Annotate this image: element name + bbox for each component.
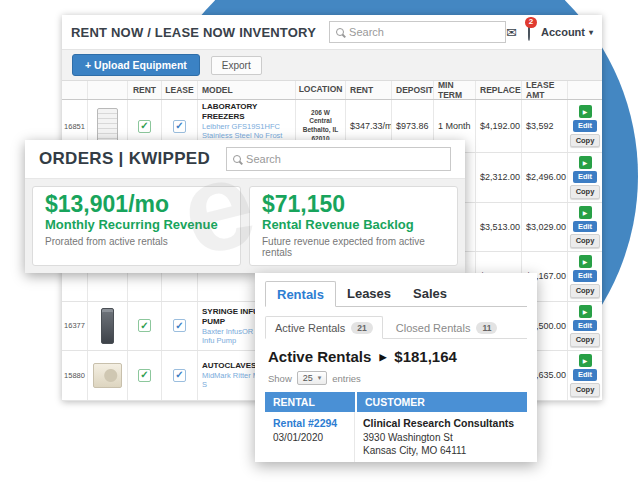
- orders-card: ORDERS | KWIPPED $13,901/mo Monthly Recu…: [25, 140, 465, 273]
- page-size-select[interactable]: 25 ▾: [297, 371, 328, 385]
- col-lease-amt[interactable]: LEASE AMT: [522, 81, 568, 99]
- subtab-label: Closed Rentals: [396, 322, 471, 334]
- edit-button[interactable]: Edit: [573, 369, 597, 381]
- entries-label: entries: [332, 373, 361, 384]
- rentals-subtabs: Active Rentals 21 Closed Rentals 11: [265, 315, 527, 339]
- account-menu[interactable]: Account ▾: [541, 26, 593, 38]
- orders-card-header: ORDERS | KWIPPED: [25, 140, 465, 178]
- search-icon: [336, 28, 344, 36]
- heading-total-value: $181,164: [394, 348, 457, 365]
- search-input[interactable]: [349, 26, 499, 38]
- show-label: Show: [268, 373, 292, 384]
- rental-row[interactable]: Rental #2294 03/01/2020 Clinical Researc…: [265, 412, 527, 462]
- inventory-table-header: RENT LEASE MODEL LOCATION RENT DEPOSIT M…: [62, 81, 602, 100]
- lease-checkbox[interactable]: ✓: [173, 319, 186, 332]
- metric-value: $13,901/mo: [45, 191, 228, 217]
- export-button[interactable]: Export: [211, 56, 262, 75]
- tab-rentals[interactable]: Rentals: [265, 281, 336, 307]
- notifications-button[interactable]: 2: [528, 23, 530, 41]
- metric-label: Monthly Recurring Revenue: [45, 217, 228, 233]
- rental-link[interactable]: Rental #2294: [273, 417, 346, 431]
- edit-button[interactable]: Edit: [573, 270, 597, 282]
- active-rentals-count-badge: 21: [351, 322, 372, 334]
- metric-label: Rental Revenue Backlog: [262, 217, 445, 233]
- customer-address: 3930 Washington St: [363, 431, 519, 444]
- lease-amt-value: $3,592: [522, 100, 568, 152]
- copy-button[interactable]: Copy: [570, 383, 601, 397]
- upload-equipment-button[interactable]: + Upload Equipment: [72, 54, 200, 76]
- model-name: AUTOCLAVES: [202, 361, 256, 371]
- play-icon[interactable]: ▶: [579, 206, 592, 219]
- window-header: RENT NOW / LEASE NOW INVENTORY ✉ 2 Accou…: [62, 15, 602, 49]
- tab-leases[interactable]: Leases: [336, 281, 402, 307]
- pagination-controls: Show 25 ▾ entries: [268, 371, 527, 385]
- rent-checkbox[interactable]: ✓: [138, 120, 151, 133]
- closed-rentals-count-badge: 11: [476, 322, 497, 334]
- edit-button[interactable]: Edit: [573, 221, 597, 233]
- play-icon[interactable]: ▶: [579, 105, 592, 118]
- search-input-wrap[interactable]: [329, 21, 506, 43]
- orders-search-wrap[interactable]: [226, 147, 451, 171]
- play-icon[interactable]: ▶: [579, 305, 592, 318]
- copy-button[interactable]: Copy: [570, 284, 601, 298]
- replace-value: $2,312.00: [476, 153, 522, 202]
- metric-rental-revenue-backlog: $71,150 Rental Revenue Backlog Future re…: [249, 186, 458, 266]
- metric-value: $71,150: [262, 191, 445, 217]
- col-rent-price[interactable]: RENT: [346, 81, 392, 99]
- account-label: Account: [541, 26, 585, 38]
- col-rental[interactable]: RENTAL: [265, 392, 355, 412]
- chevron-down-icon: ▾: [318, 374, 322, 382]
- subtab-active-rentals[interactable]: Active Rentals 21: [265, 316, 383, 339]
- metric-monthly-recurring-revenue: $13,901/mo Monthly Recurring Revenue Pro…: [32, 186, 241, 266]
- lease-checkbox[interactable]: ✓: [173, 120, 186, 133]
- orders-card-body: $13,901/mo Monthly Recurring Revenue Pro…: [25, 178, 465, 273]
- col-thumb: [88, 81, 128, 99]
- col-lease[interactable]: LEASE: [162, 81, 198, 99]
- replace-value: $3,513.00: [476, 203, 522, 252]
- subtab-closed-rentals[interactable]: Closed Rentals 11: [387, 316, 507, 339]
- col-rent[interactable]: RENT: [128, 81, 162, 99]
- lease-amt-value: $3,029.00: [522, 203, 568, 252]
- metric-note: Prorated from active rentals: [45, 236, 228, 247]
- active-rentals-heading: Active Rentals ▶ $181,164: [268, 348, 527, 365]
- copy-button[interactable]: Copy: [570, 185, 601, 199]
- page-size-value: 25: [303, 373, 313, 383]
- play-icon[interactable]: ▶: [579, 255, 592, 268]
- play-icon[interactable]: ▶: [579, 354, 592, 367]
- item-id: 16377: [62, 302, 88, 351]
- chevron-down-icon: ▾: [589, 28, 593, 37]
- orders-search-input[interactable]: [246, 153, 444, 165]
- item-id: 15880: [62, 351, 88, 400]
- col-deposit[interactable]: DEPOSIT: [392, 81, 434, 99]
- equipment-thumbnail: [97, 108, 118, 144]
- orders-card-title: ORDERS | KWIPPED: [39, 149, 210, 169]
- customer-address: Kansas City, MO 64111: [363, 444, 519, 457]
- edit-button[interactable]: Edit: [573, 120, 597, 132]
- page-title: RENT NOW / LEASE NOW INVENTORY: [71, 25, 316, 40]
- copy-button[interactable]: Copy: [570, 134, 601, 148]
- toolbar: + Upload Equipment Export: [62, 49, 602, 81]
- equipment-thumbnail: [101, 308, 114, 344]
- model-name: LABORATORY FREEZERS: [202, 102, 291, 122]
- copy-button[interactable]: Copy: [570, 234, 601, 248]
- tab-sales[interactable]: Sales: [402, 281, 458, 307]
- col-customer[interactable]: CUSTOMER: [357, 392, 527, 412]
- subtab-label: Active Rentals: [275, 322, 345, 334]
- rent-checkbox[interactable]: ✓: [138, 369, 151, 382]
- rental-date: 03/01/2020: [273, 431, 346, 444]
- heading-label: Active Rentals: [268, 348, 371, 365]
- messages-icon[interactable]: ✉: [506, 26, 517, 39]
- lease-checkbox[interactable]: ✓: [173, 369, 186, 382]
- col-location[interactable]: LOCATION: [296, 81, 346, 99]
- col-actions: [568, 81, 602, 99]
- copy-button[interactable]: Copy: [570, 333, 601, 347]
- play-icon[interactable]: ▶: [579, 156, 592, 169]
- col-min-term[interactable]: MIN TERM: [434, 81, 476, 99]
- edit-button[interactable]: Edit: [573, 320, 597, 332]
- col-replace[interactable]: REPLACE: [476, 81, 522, 99]
- rent-checkbox[interactable]: ✓: [138, 319, 151, 332]
- edit-button[interactable]: Edit: [573, 171, 597, 183]
- lease-amt-value: $2,496.00: [522, 153, 568, 202]
- caret-right-icon: ▶: [379, 352, 386, 362]
- col-model[interactable]: MODEL: [198, 81, 296, 99]
